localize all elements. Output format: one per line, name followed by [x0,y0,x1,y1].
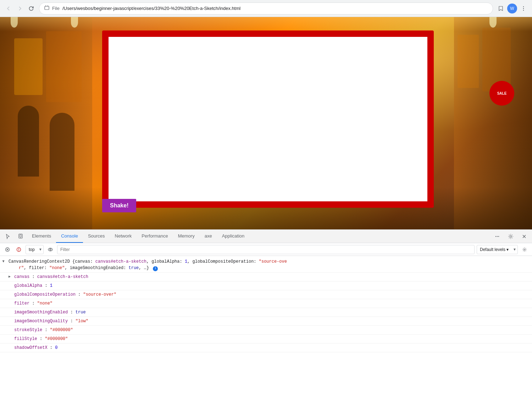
prop-value-fs: "#000000" [45,336,68,341]
svg-point-14 [50,249,51,250]
levels-select[interactable]: Default levels ▾ [477,245,518,254]
filter-input[interactable] [57,246,474,253]
svg-point-1 [523,6,524,7]
filter-container[interactable] [57,245,475,254]
console-filter-errors-button[interactable] [14,245,23,254]
clear-console-button[interactable] [3,245,12,254]
prop-value-filter: "none" [37,301,52,306]
svg-point-6 [20,238,21,238]
expand-arrow-prop-icon[interactable]: ▶ [9,274,11,279]
toolbar-right-buttons: W [496,4,528,13]
console-property-shadowOffsetX: shadowOffsetX : 0 [0,344,532,352]
prop-value-ise: true [76,310,86,315]
console-settings-button[interactable] [520,245,529,254]
eye-button[interactable] [46,245,55,254]
canvas-area [109,37,427,201]
svg-point-10 [510,235,512,237]
prop-value-sox: 0 [55,345,57,350]
protocol-icon [44,5,49,11]
tab-sources[interactable]: Sources [83,230,110,243]
svg-rect-5 [20,235,21,237]
prop-name-ss: strokeStyle [14,328,42,333]
url-display: /Users/wesbos/beginner-javascript/exerci… [62,6,488,11]
prop-value-ss: "#000000" [50,328,73,333]
tab-memory[interactable]: Memory [173,230,200,243]
address-bar[interactable]: File /Users/wesbos/beginner-javascript/e… [39,2,493,15]
console-entry-main: ▶ CanvasRenderingContext2D {canvas: canv… [0,257,532,273]
svg-point-8 [497,236,498,236]
tab-performance[interactable]: Performance [137,230,173,243]
svg-point-15 [524,249,525,250]
devtools-icon-cursor[interactable] [1,230,14,243]
console-property-imageSmoothingEnabled: imageSmoothingEnabled : true [0,308,532,317]
console-property-globalCompositeOperation: globalCompositeOperation : "source-over" [0,290,532,299]
tabs-right [491,230,531,243]
prop-name-globalAlpha: globalAlpha [14,283,42,288]
canvas-value-link[interactable]: canvas#etch-a-sketch [37,274,88,279]
context-select[interactable]: top [26,245,44,254]
tab-memory-label: Memory [178,233,195,239]
console-property-canvas: ▶ canvas : canvas#etch-a-sketch [0,273,532,281]
prop-name-gco: globalCompositeOperation [14,292,76,297]
prop-name-sox: shadowOffsetX [14,345,48,350]
tab-performance-label: Performance [142,233,168,239]
prop-value-gco: "source-over" [83,292,116,297]
tab-sources-label: Sources [88,233,105,239]
tab-elements[interactable]: Elements [27,230,56,243]
back-button[interactable] [4,4,13,13]
tab-console[interactable]: Console [56,230,83,243]
svg-point-7 [495,236,496,236]
tab-elements-label: Elements [32,233,51,239]
prop-name-fs: fillStyle [14,336,37,341]
devtools-panel: Elements Console Sources Network Perform… [0,229,532,413]
levels-select-wrapper[interactable]: Default levels ▾ ▼ [477,245,518,254]
page-content: SALE FUN Shake! [0,17,532,230]
tab-network-label: Network [115,233,132,239]
shake-button[interactable]: Shake! [102,199,136,212]
prop-name-canvas: canvas [14,274,29,279]
console-property-filter: filter : "none" [0,299,532,308]
info-icon[interactable]: i [153,266,158,271]
reload-button[interactable] [26,4,36,13]
console-output: ▶ CanvasRenderingContext2D {canvas: canv… [0,256,532,413]
prop-name-isq: imageSmoothingQuality [14,319,68,324]
bookmark-button[interactable] [496,4,506,13]
canvas-link[interactable]: canvas#etch-a-sketch [95,259,146,264]
prop-name-filter: filter [14,301,29,306]
tab-network[interactable]: Network [110,230,137,243]
prop-value-globalAlpha: 1 [50,283,52,288]
svg-rect-0 [45,6,49,10]
tab-application-label: Application [222,233,245,239]
forward-button[interactable] [15,4,25,13]
svg-point-9 [498,236,499,236]
protocol-label: File [52,6,60,11]
etch-sketch-container [102,30,434,208]
prop-value-isq: "low" [76,319,88,324]
tab-axe[interactable]: axe [200,230,217,243]
tab-console-label: Console [61,233,78,239]
console-object-header: CanvasRenderingContext2D {canvas: canvas… [9,259,287,270]
profile-initial: W [510,6,514,11]
profile-button[interactable]: W [507,4,517,13]
console-property-imageSmoothingQuality: imageSmoothingQuality : "low" [0,317,532,326]
svg-point-2 [523,8,524,9]
devtools-icon-device[interactable] [14,230,27,243]
browser-chrome: File /Users/wesbos/beginner-javascript/e… [0,0,532,17]
expand-arrow-icon[interactable]: ▶ [1,260,6,262]
prop-name-ise: imageSmoothingEnabled [14,310,68,315]
console-property-strokeStyle: strokeStyle : "#000000" [0,326,532,335]
devtools-tabs-bar: Elements Console Sources Network Perform… [0,230,532,243]
browser-toolbar: File /Users/wesbos/beginner-javascript/e… [0,0,532,17]
menu-button[interactable] [519,4,528,13]
devtools-close-button[interactable] [518,230,531,243]
context-select-wrapper[interactable]: top ▼ [26,245,44,254]
svg-point-3 [523,10,524,10]
tab-axe-label: axe [205,233,212,239]
devtools-settings-button[interactable] [504,230,517,243]
console-toolbar: top ▼ Default levels ▾ ▼ [0,243,532,256]
svg-point-13 [48,248,52,251]
more-tabs-button[interactable] [491,230,504,243]
console-property-fillStyle: fillStyle : "#000000" [0,335,532,344]
nav-buttons [4,4,36,13]
tab-application[interactable]: Application [217,230,250,243]
